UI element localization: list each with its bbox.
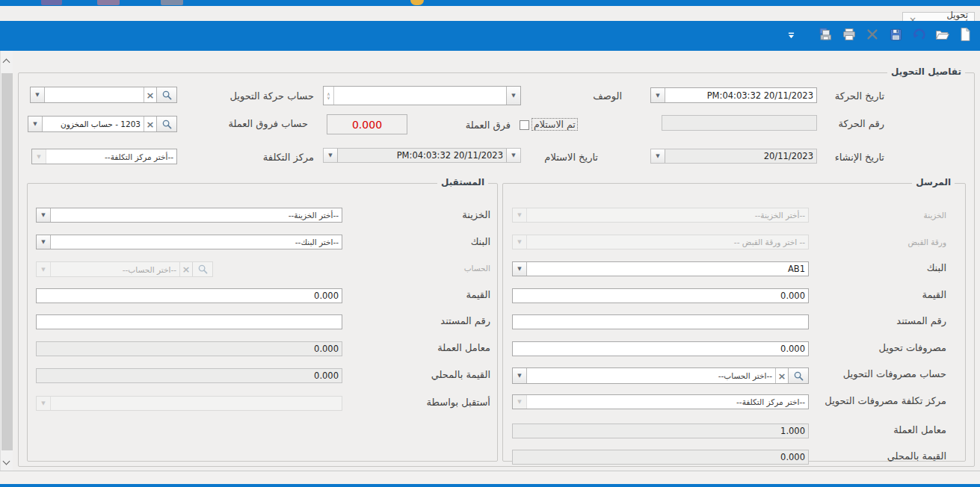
created-date-field[interactable]: ▼ 20/11/2023 bbox=[650, 149, 817, 164]
diff-account-lookup[interactable]: ▼ 1203 - حساب المخزون × bbox=[28, 116, 177, 132]
chevron-down-icon[interactable]: ▼ bbox=[513, 395, 527, 409]
diff-account-value: 1203 - حساب المخزون bbox=[43, 117, 144, 131]
group-title: المرسل bbox=[912, 177, 955, 187]
receiver-bank-value: --اختر البنك-- bbox=[51, 235, 342, 249]
move-account-value bbox=[45, 87, 144, 102]
sender-receipt-note-value: -- اختر ورقة القبض -- bbox=[527, 235, 808, 249]
chevron-down-icon[interactable]: ▼ bbox=[324, 149, 338, 162]
label-sender-local-amount: القيمة بالمحلي bbox=[887, 450, 946, 462]
status-bar bbox=[0, 471, 980, 484]
main-toolbar bbox=[0, 21, 980, 51]
receiver-amount-value: 0.000 bbox=[37, 289, 342, 303]
label-trans-number: رقم الحركة bbox=[838, 118, 884, 129]
cost-center-combo[interactable]: ▼ --أختر مركز التكلفة-- bbox=[31, 149, 177, 164]
chevron-down-icon[interactable]: ▼ bbox=[37, 208, 51, 222]
receiver-treasury-value: --أختر الخزينة-- bbox=[51, 208, 342, 222]
label-move-account: حساب حركة التحويل bbox=[229, 90, 314, 102]
clear-x-icon[interactable]: × bbox=[775, 368, 788, 383]
label-receiver-received-by: أستقبل بواسطة bbox=[427, 397, 490, 408]
sender-receipt-note-combo: ▼ -- اختر ورقة القبض -- bbox=[512, 235, 809, 249]
chevron-down-icon[interactable]: ▼ bbox=[28, 117, 43, 131]
chevron-down-icon[interactable]: ▼ bbox=[31, 87, 45, 102]
app-logo-icon bbox=[410, 0, 424, 5]
label-currency-diff: فرق العملة bbox=[466, 120, 511, 131]
description-input[interactable]: ∧∨ ▼ bbox=[323, 86, 521, 105]
group-title: تفاصيل التحويل bbox=[887, 66, 965, 77]
received-checkbox[interactable] bbox=[520, 120, 529, 130]
delete-button[interactable] bbox=[863, 27, 881, 45]
receiver-treasury-combo[interactable]: ▼ --أختر الخزينة-- bbox=[36, 208, 342, 223]
sender-transfer-fees-input[interactable]: 0.000 bbox=[512, 341, 809, 356]
titlebar-artifact bbox=[161, 0, 183, 5]
vertical-scrollbar[interactable] bbox=[0, 51, 13, 471]
label-receiver-local-amount: القيمة بالمحلي bbox=[431, 369, 490, 380]
cost-center-value: --أختر مركز التكلفة-- bbox=[46, 149, 176, 164]
chevron-down-icon[interactable]: ▼ bbox=[651, 88, 665, 102]
scroll-down-icon[interactable] bbox=[3, 458, 10, 465]
receiver-bank-combo[interactable]: ▼ --اختر البنك-- bbox=[36, 235, 342, 249]
tab-strip: تحويل أموال × bbox=[0, 6, 980, 21]
scroll-up-icon[interactable] bbox=[3, 59, 10, 66]
search-icon[interactable] bbox=[788, 368, 808, 383]
spinner-icon[interactable]: ∧∨ bbox=[324, 87, 334, 105]
sender-currency-factor-field: 1.000 bbox=[512, 424, 809, 438]
label-receiver-treasury: الخزينة bbox=[462, 209, 490, 220]
print-button[interactable] bbox=[840, 27, 858, 45]
sender-doc-number-value bbox=[513, 315, 808, 329]
label-sender-doc-number: رقم المستند bbox=[896, 315, 946, 326]
clear-x-icon[interactable]: × bbox=[144, 87, 156, 102]
clear-x-icon[interactable]: × bbox=[144, 117, 156, 131]
trans-date-value: PM:04:03:32 20/11/2023 bbox=[665, 88, 816, 102]
label-sender-amount: القيمة bbox=[922, 289, 946, 300]
receive-date-field[interactable]: ▼ PM:04:03:32 20/11/2023 ▼ bbox=[323, 148, 521, 163]
sender-bank-value: AB1 bbox=[527, 262, 808, 276]
new-document-icon bbox=[958, 27, 973, 45]
open-folder-icon bbox=[934, 27, 950, 45]
label-sender-bank: البنك bbox=[927, 262, 946, 273]
toolbar-options-button[interactable] bbox=[782, 27, 800, 45]
move-account-lookup[interactable]: ▼ × bbox=[30, 87, 177, 103]
chevron-down-icon[interactable]: ▼ bbox=[651, 149, 665, 163]
chevron-down-icon[interactable]: ▼ bbox=[506, 87, 520, 105]
receiver-local-amount-field: 0.000 bbox=[36, 368, 342, 383]
currency-diff-field: 0.000 bbox=[327, 114, 407, 134]
receiver-amount-input[interactable]: 0.000 bbox=[36, 288, 342, 303]
chevron-down-icon[interactable]: ▼ bbox=[32, 149, 46, 164]
sender-doc-number-input[interactable] bbox=[512, 314, 809, 329]
print-batch-button[interactable] bbox=[817, 27, 835, 45]
group-title: المستقبل bbox=[437, 177, 488, 187]
sender-amount-input[interactable]: 0.000 bbox=[512, 288, 809, 303]
sender-treasury-value: --أختر الخزينة-- bbox=[527, 208, 808, 222]
receiver-doc-number-input[interactable] bbox=[36, 314, 342, 329]
search-icon[interactable] bbox=[156, 87, 176, 102]
chevron-down-icon[interactable]: ▼ bbox=[37, 235, 51, 249]
trans-date-field[interactable]: ▼ PM:04:03:32 20/11/2023 bbox=[650, 87, 817, 103]
titlebar-artifact bbox=[41, 0, 62, 5]
chevron-down-icon[interactable]: ▼ bbox=[506, 149, 520, 162]
label-receiver-doc-number: رقم المستند bbox=[440, 315, 490, 326]
undo-button[interactable] bbox=[910, 27, 928, 45]
new-document-button[interactable] bbox=[956, 27, 974, 45]
chevron-down-icon: ▼ bbox=[513, 208, 527, 222]
sender-bank-combo[interactable]: ▼ AB1 bbox=[512, 261, 809, 276]
label-receiver-currency-factor: معامل العملة bbox=[437, 342, 490, 353]
chevron-down-icon[interactable]: ▼ bbox=[513, 368, 527, 383]
sender-fees-cost-center-combo[interactable]: ▼ --اختر مركز التكلفة-- bbox=[512, 394, 809, 409]
receiver-local-amount-value: 0.000 bbox=[37, 369, 342, 382]
scrollbar-thumb[interactable] bbox=[1, 73, 13, 450]
chevron-down-icon: ▼ bbox=[513, 235, 527, 249]
chevron-down-icon[interactable]: ▼ bbox=[513, 262, 527, 276]
receiver-received-by-value bbox=[51, 397, 342, 410]
label-receiver-account: الحساب bbox=[464, 264, 490, 273]
search-icon[interactable] bbox=[156, 117, 176, 131]
received-checkbox-label[interactable]: تم الاستلام bbox=[531, 118, 578, 131]
sender-fees-account-lookup[interactable]: ▼ --اختر الحساب-- × bbox=[512, 367, 809, 384]
label-trans-date: تاريخ الحركة bbox=[835, 90, 884, 102]
save-icon bbox=[889, 28, 903, 45]
save-button[interactable] bbox=[887, 27, 905, 45]
open-button[interactable] bbox=[933, 27, 951, 45]
sender-local-amount-field: 0.000 bbox=[512, 450, 809, 465]
titlebar-artifact bbox=[97, 0, 120, 5]
receiver-account-value: --اختر الحساب-- bbox=[51, 262, 179, 276]
receiver-currency-factor-value: 0.000 bbox=[37, 342, 342, 356]
